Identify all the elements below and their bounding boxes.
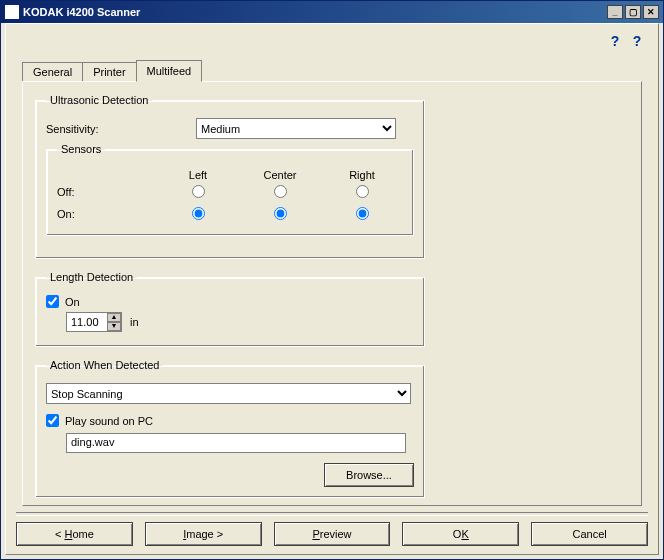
group-sensors-legend: Sensors [57,143,105,155]
spin-up-icon[interactable]: ▲ [107,313,121,322]
home-button[interactable]: < Home [16,522,133,546]
help-icons: ? ? [606,30,646,52]
tab-strip: General Printer Multifeed [22,60,201,81]
group-length: Length Detection On ▲ ▼ in [35,271,425,347]
tab-printer[interactable]: Printer [82,62,136,81]
col-right-label: Right [321,169,403,181]
length-unit: in [130,316,139,328]
group-ultrasonic: Ultrasonic Detection Sensitivity: Medium… [35,94,425,259]
row-off-label: Off: [57,186,157,198]
app-window: KODAK i4200 Scanner _ ▢ ✕ ? ? General Pr… [0,0,664,560]
radio-on-center[interactable] [274,207,287,220]
tab-multifeed[interactable]: Multifeed [136,60,203,82]
length-spinbox[interactable]: ▲ ▼ [66,312,122,332]
length-value-input[interactable] [67,313,107,331]
window-title: KODAK i4200 Scanner [23,6,140,18]
action-select[interactable]: Stop Scanning [46,383,411,404]
row-on-label: On: [57,208,157,220]
cancel-button[interactable]: Cancel [531,522,648,546]
col-left-label: Left [157,169,239,181]
play-sound-checkbox[interactable] [46,414,59,427]
info-icon[interactable]: ? [606,30,624,52]
close-button[interactable]: ✕ [643,5,659,19]
group-ultrasonic-legend: Ultrasonic Detection [46,94,152,106]
minimize-button[interactable]: _ [607,5,623,19]
radio-off-right[interactable] [356,185,369,198]
radio-on-right[interactable] [356,207,369,220]
group-action-legend: Action When Detected [46,359,163,371]
browse-button[interactable]: Browse... [324,463,414,487]
bottom-bar: < Home Image > Preview OK Cancel [16,512,648,546]
image-button[interactable]: Image > [145,522,262,546]
group-length-legend: Length Detection [46,271,137,283]
titlebar: KODAK i4200 Scanner _ ▢ ✕ [1,1,663,23]
length-on-label: On [65,296,80,308]
sensitivity-select[interactable]: Medium [196,118,396,139]
col-center-label: Center [239,169,321,181]
sensitivity-label: Sensitivity: [46,123,196,135]
sound-file-input[interactable]: ding.wav [66,433,406,453]
ok-button[interactable]: OK [402,522,519,546]
tab-general[interactable]: General [22,62,83,81]
content-area: ? ? General Printer Multifeed Ultrasonic… [5,23,659,555]
separator [16,512,648,516]
spin-down-icon[interactable]: ▼ [107,322,121,331]
group-action: Action When Detected Stop Scanning Play … [35,359,425,498]
app-icon [5,5,19,19]
radio-off-center[interactable] [274,185,287,198]
tab-page-multifeed: Ultrasonic Detection Sensitivity: Medium… [22,81,642,506]
help-icon[interactable]: ? [628,30,646,52]
group-sensors: Sensors Left Center Right Off: [46,143,414,236]
preview-button[interactable]: Preview [274,522,391,546]
play-sound-label: Play sound on PC [65,415,153,427]
maximize-button[interactable]: ▢ [625,5,641,19]
length-on-checkbox[interactable] [46,295,59,308]
radio-on-left[interactable] [192,207,205,220]
radio-off-left[interactable] [192,185,205,198]
